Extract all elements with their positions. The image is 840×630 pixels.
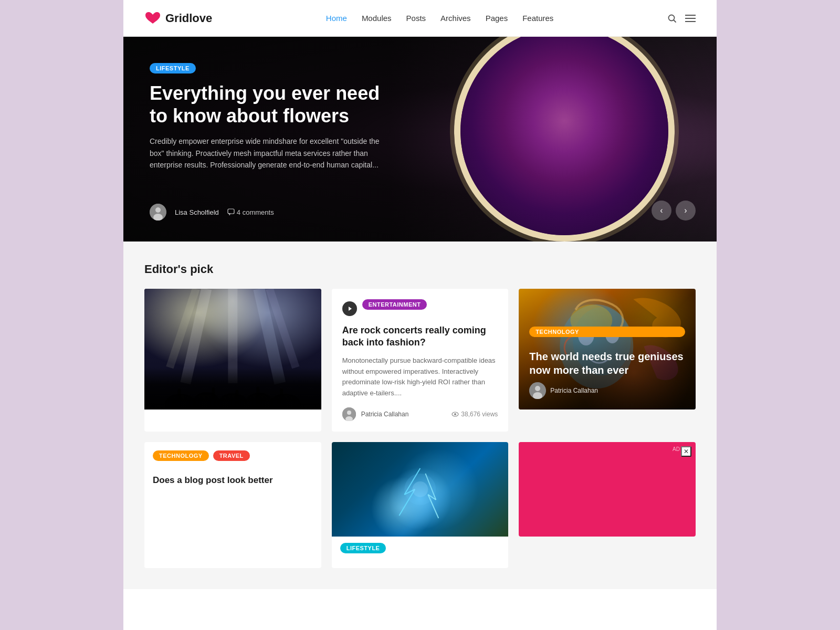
editors-pick-title: Editor's pick <box>144 262 696 276</box>
nav-pages[interactable]: Pages <box>486 14 508 23</box>
play-icon <box>342 301 357 316</box>
main-content: Editor's pick <box>123 242 717 589</box>
svg-point-29 <box>454 413 456 415</box>
lifestyle-badge: LIFESTYLE <box>340 543 386 553</box>
hero-nav-buttons: ‹ › <box>652 201 696 220</box>
sparks-image <box>332 442 509 537</box>
svg-point-45 <box>412 481 428 497</box>
site-header: Gridlove Home Modules Posts Archives Pag… <box>123 0 717 37</box>
technology-card-title: The world needs true geniuses now more t… <box>529 350 685 377</box>
bottom-card-1-body: TECHNOLOGY TRAVEL Does a blog post look … <box>144 442 321 495</box>
search-icon <box>667 14 677 23</box>
bottom-card-2[interactable]: LIFESTYLE <box>332 442 509 568</box>
hero-badge: LIFESTYLE <box>150 63 196 74</box>
search-button[interactable] <box>667 14 677 23</box>
svg-point-26 <box>347 411 351 415</box>
hero-content: LIFESTYLE Everything you ever need to kn… <box>123 37 417 213</box>
ad-label: AD <box>673 446 680 452</box>
svg-point-0 <box>668 15 674 20</box>
sparks-decoration <box>332 442 509 537</box>
nav-archives[interactable]: Archives <box>440 14 471 23</box>
technology-author-name: Patricia Callahan <box>550 387 598 394</box>
menu-button[interactable] <box>685 14 696 23</box>
bottom-grid: TECHNOLOGY TRAVEL Does a blog post look … <box>144 442 696 568</box>
hero-prev-button[interactable]: ‹ <box>652 201 671 220</box>
eye-icon <box>452 412 459 417</box>
hero-section: LIFESTYLE Everything you ever need to kn… <box>123 37 717 242</box>
entertainment-author-name: Patricia Callahan <box>361 411 409 418</box>
technology-card[interactable]: TECHNOLOGY The world needs true geniuses… <box>519 289 696 410</box>
hamburger-icon <box>685 14 696 23</box>
editors-pick-grid: ENTERTAINMENT Are rock concerts really c… <box>144 289 696 432</box>
nav-modules[interactable]: Modules <box>362 14 392 23</box>
technology-tag: TECHNOLOGY <box>153 450 209 461</box>
svg-marker-24 <box>349 307 352 311</box>
entertainment-badge: ENTERTAINMENT <box>362 299 427 310</box>
hero-title: Everything you ever need to know about f… <box>150 82 391 127</box>
bottom-card-1-title: Does a blog post look better <box>153 475 313 486</box>
entertainment-card-body: ENTERTAINMENT Are rock concerts really c… <box>332 289 509 432</box>
svg-line-1 <box>674 20 676 22</box>
bottom-card-2-body: LIFESTYLE <box>332 537 509 568</box>
entertainment-card-title: Are rock concerts really coming back int… <box>342 324 498 349</box>
ad-close-button[interactable]: ✕ <box>681 446 691 457</box>
entertainment-card[interactable]: ENTERTAINMENT Are rock concerts really c… <box>332 289 509 432</box>
technology-author-avatar <box>529 382 546 399</box>
technology-author-row: Patricia Callahan <box>529 382 685 399</box>
logo-icon <box>144 11 161 26</box>
author-avatar-icon <box>342 407 356 421</box>
technology-card-overlay: TECHNOLOGY The world needs true geniuses… <box>519 289 696 410</box>
main-nav: Home Modules Posts Archives Pages Featur… <box>326 14 554 23</box>
tags-row: TECHNOLOGY TRAVEL <box>153 450 313 469</box>
header-icons <box>667 14 696 23</box>
ad-card: AD ✕ <box>519 442 696 537</box>
logo[interactable]: Gridlove <box>144 11 212 26</box>
hero-next-button[interactable]: › <box>676 201 696 220</box>
hero-excerpt: Credibly empower enterprise wide mindsha… <box>150 135 391 171</box>
nav-posts[interactable]: Posts <box>406 14 426 23</box>
logo-text: Gridlove <box>165 12 212 25</box>
concert-image <box>144 289 321 410</box>
technology-avatar-icon <box>529 382 546 399</box>
technology-badge: TECHNOLOGY <box>529 327 685 337</box>
concert-card[interactable] <box>144 289 321 432</box>
svg-point-36 <box>535 386 540 391</box>
nav-home[interactable]: Home <box>326 14 347 23</box>
nav-features[interactable]: Features <box>522 14 553 23</box>
card-meta-top: ENTERTAINMENT <box>342 299 498 318</box>
entertainment-card-author-row: Patricia Callahan 38,676 views <box>342 407 498 421</box>
bottom-card-1[interactable]: TECHNOLOGY TRAVEL Does a blog post look … <box>144 442 321 568</box>
entertainment-card-excerpt: Monotonectally pursue backward-compatibl… <box>342 355 498 399</box>
travel-tag: TRAVEL <box>213 450 250 461</box>
entertainment-author-avatar <box>342 407 356 421</box>
play-triangle-icon <box>346 306 353 312</box>
views-count: 38,676 views <box>452 411 498 418</box>
